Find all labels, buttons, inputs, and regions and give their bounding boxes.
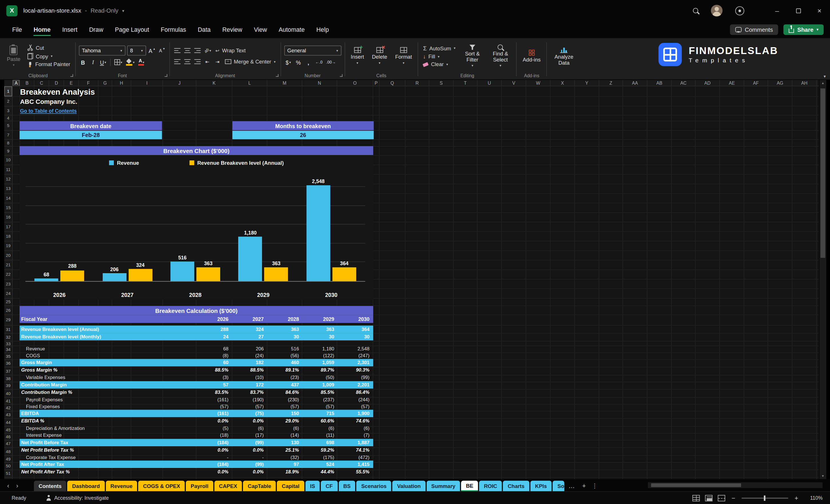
cell[interactable]: 27 bbox=[232, 334, 267, 340]
zoom-in-button[interactable]: + bbox=[793, 494, 799, 502]
dialog-launcher-icon[interactable] bbox=[276, 74, 278, 77]
cell[interactable]: (57) bbox=[232, 404, 267, 409]
row-header-42[interactable]: 42 bbox=[4, 405, 12, 411]
cell[interactable]: 2,301 bbox=[338, 360, 373, 366]
cell[interactable]: 206 bbox=[232, 346, 267, 351]
cell[interactable]: 288 bbox=[197, 327, 232, 332]
cell[interactable]: 0.0% bbox=[232, 469, 267, 475]
row-header-10[interactable]: 10 bbox=[4, 156, 12, 165]
cell[interactable]: (122) bbox=[302, 353, 338, 358]
row-header-33[interactable]: 33 bbox=[4, 342, 12, 346]
cell[interactable]: 1,415 bbox=[338, 462, 373, 467]
row-header-12[interactable]: 12 bbox=[4, 175, 12, 184]
cell[interactable]: (184) bbox=[197, 462, 232, 467]
row-header-18[interactable]: 18 bbox=[4, 232, 12, 242]
fill-color-button[interactable]: ▾ bbox=[125, 58, 136, 67]
cell[interactable]: 516 bbox=[267, 346, 302, 351]
calc-row-net-profit-after-tax[interactable]: Net Profit After Tax %0.0%0.0%18.9%44.4%… bbox=[20, 468, 373, 476]
cell[interactable]: 698 bbox=[302, 440, 338, 445]
cell[interactable]: 715 bbox=[302, 411, 338, 416]
calc-row-ebitda[interactable]: EBITDA %0.0%0.0%29.0%60.6%74.6% bbox=[20, 417, 373, 425]
cell[interactable]: (6) bbox=[232, 426, 267, 431]
sheet-tab-bs[interactable]: BS bbox=[339, 480, 355, 491]
column-header-C[interactable]: C bbox=[34, 80, 49, 86]
column-header-T[interactable]: T bbox=[454, 80, 477, 86]
avatar[interactable] bbox=[711, 5, 723, 17]
cell[interactable]: 60.6% bbox=[302, 418, 338, 424]
align-center-button[interactable] bbox=[183, 57, 192, 66]
normal-view-button[interactable] bbox=[693, 495, 700, 501]
column-header-M[interactable]: M bbox=[267, 80, 302, 86]
cell[interactable]: (184) bbox=[197, 440, 232, 445]
fill-button[interactable]: ↓Fill▾ bbox=[422, 53, 457, 60]
column-header-Q[interactable]: Q bbox=[380, 80, 406, 86]
calc-row-net-profit-after-tax[interactable]: Net Profit After Tax(184)(99)975241,415 bbox=[20, 461, 373, 468]
sheet-tab-captable[interactable]: CapTable bbox=[243, 480, 276, 491]
column-header-AE[interactable]: AE bbox=[720, 80, 744, 86]
cell[interactable]: (161) bbox=[197, 397, 232, 402]
row-header-15[interactable]: 15 bbox=[4, 203, 12, 213]
cell[interactable]: 68 bbox=[197, 346, 232, 351]
cell[interactable]: (17) bbox=[232, 433, 267, 438]
cell[interactable]: 25.1% bbox=[267, 447, 302, 452]
horizontal-scrollbar-thumb[interactable] bbox=[651, 483, 741, 487]
cell[interactable]: 0.0% bbox=[197, 418, 232, 424]
align-middle-button[interactable] bbox=[183, 46, 192, 55]
cell[interactable]: 83.7% bbox=[232, 389, 267, 395]
column-header-W[interactable]: W bbox=[526, 80, 550, 86]
cell[interactable]: 44.4% bbox=[302, 469, 338, 475]
cell[interactable]: 88.5% bbox=[232, 368, 267, 373]
cell[interactable]: (57) bbox=[302, 404, 338, 409]
column-header-A[interactable]: A bbox=[12, 80, 20, 86]
sheet-options-icon[interactable]: … bbox=[591, 480, 602, 492]
sheet-grid[interactable]: Breakeven Analysis ABC Company Inc. Go t… bbox=[12, 86, 819, 479]
column-header-I[interactable]: I bbox=[131, 80, 163, 86]
badge-icon[interactable] bbox=[735, 6, 744, 15]
cell[interactable]: (23) bbox=[267, 375, 302, 380]
menu-tab-draw[interactable]: Draw bbox=[83, 23, 109, 37]
row-header-36[interactable]: 36 bbox=[4, 360, 12, 368]
row-header-40[interactable]: 40 bbox=[4, 389, 12, 398]
cell[interactable]: 88.5% bbox=[197, 368, 232, 373]
menu-tab-review[interactable]: Review bbox=[217, 23, 248, 37]
font-color-button[interactable]: A▾ bbox=[137, 58, 146, 67]
cell[interactable]: 1,900 bbox=[338, 411, 373, 416]
column-header-AB[interactable]: AB bbox=[647, 80, 672, 86]
row-header-44[interactable]: 44 bbox=[4, 419, 12, 427]
autosum-button[interactable]: ΣAutoSum▾ bbox=[422, 44, 457, 52]
cell[interactable]: 86.4% bbox=[338, 389, 373, 395]
cell[interactable]: - bbox=[197, 454, 232, 460]
cell[interactable]: (24) bbox=[232, 353, 267, 358]
cell[interactable]: 29.0% bbox=[267, 418, 302, 424]
comments-button[interactable]: Comments bbox=[730, 24, 778, 35]
cell[interactable]: 150 bbox=[267, 411, 302, 416]
scroll-down-icon[interactable]: ▾ bbox=[820, 473, 826, 479]
column-header-AD[interactable]: AD bbox=[696, 80, 720, 86]
cell[interactable]: (11) bbox=[302, 433, 338, 438]
row-header-7[interactable]: 7 bbox=[4, 131, 12, 139]
column-header-R[interactable]: R bbox=[406, 80, 429, 86]
cell[interactable]: (5) bbox=[197, 426, 232, 431]
calc-row-payroll-expenses[interactable]: Payroll Expenses(161)(190)(230)(237)(244… bbox=[20, 396, 373, 403]
column-header-U[interactable]: U bbox=[477, 80, 502, 86]
row-header-19[interactable]: 19 bbox=[4, 242, 12, 251]
calc-row-variable-expenses[interactable]: Variable Expenses(3)(10)(23)(50)(99) bbox=[20, 374, 373, 381]
sheet-tab-capital[interactable]: Capital bbox=[277, 480, 304, 491]
delete-cells-button[interactable]: Delete ▾ bbox=[369, 46, 390, 66]
file-menu-chevron-icon[interactable]: ▾ bbox=[122, 8, 124, 13]
wrap-text-button[interactable]: Wrap Text bbox=[214, 47, 247, 54]
horizontal-scrollbar[interactable] bbox=[648, 482, 823, 488]
accounting-format-button[interactable]: $▾ bbox=[284, 58, 293, 67]
cell[interactable]: (247) bbox=[338, 353, 373, 358]
cell[interactable]: 1,180 bbox=[302, 346, 338, 351]
sheet-tab-cogs-opex[interactable]: COGS & OPEX bbox=[138, 480, 185, 491]
add-ins-button[interactable]: Add-ins bbox=[520, 49, 543, 64]
row-header-9[interactable]: 9 bbox=[4, 147, 12, 156]
sheet-tab-capex[interactable]: CAPEX bbox=[214, 480, 242, 491]
cell[interactable]: 85.5% bbox=[302, 389, 338, 395]
column-header-K[interactable]: K bbox=[196, 80, 232, 86]
cell[interactable]: 130 bbox=[267, 440, 302, 445]
calc-row-revenue-breakeven-level-annual[interactable]: Revenue Breakeven level (Annual)28832436… bbox=[20, 325, 373, 333]
column-header-X[interactable]: X bbox=[550, 80, 575, 86]
row-header-24[interactable]: 24 bbox=[4, 289, 12, 298]
